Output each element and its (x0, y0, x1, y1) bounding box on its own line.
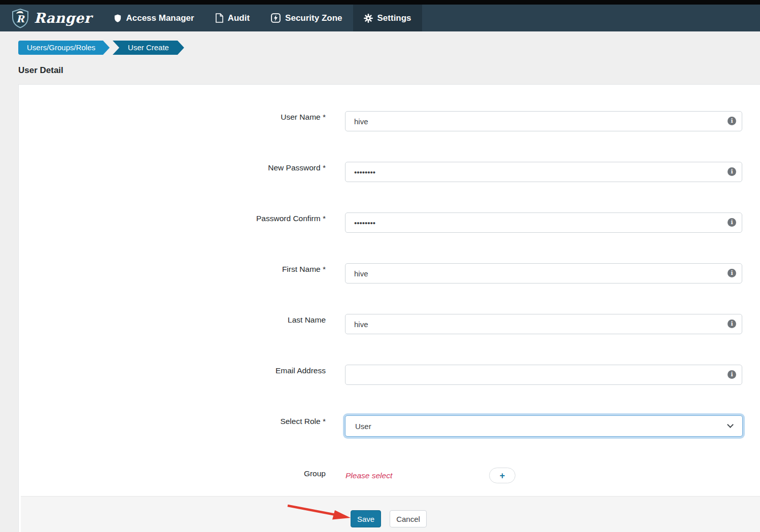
ranger-shield-icon: R (11, 8, 29, 28)
form-footer: Save Cancel (21, 496, 760, 532)
nav-label: Security Zone (285, 13, 342, 23)
user-name-input[interactable] (345, 111, 742, 131)
save-button[interactable]: Save (351, 510, 381, 527)
select-role-label: Select Role * (171, 416, 326, 427)
last-name-label: Last Name (171, 315, 326, 325)
form-row-select-role: Select Role * User (19, 415, 760, 436)
nav-access-manager[interactable]: Access Manager (103, 5, 204, 31)
password-confirm-input-wrap (345, 212, 742, 233)
info-icon (728, 218, 736, 227)
last-name-input-wrap (345, 314, 742, 334)
info-icon (728, 269, 736, 277)
nav-audit[interactable]: Audit (205, 5, 260, 31)
email-label: Email Address (171, 366, 326, 376)
add-group-button[interactable]: + (489, 468, 515, 483)
form-row-password-confirm: Password Confirm * (19, 212, 760, 233)
gear-icon (364, 14, 373, 23)
user-name-label: User Name * (171, 112, 326, 122)
new-password-input[interactable] (345, 162, 742, 182)
first-name-input[interactable] (345, 263, 742, 283)
form-row-user-name: User Name * (19, 111, 760, 131)
user-detail-card: User Name * New Password * Password Conf… (18, 84, 760, 532)
plus-icon: + (500, 471, 505, 480)
shield-icon (114, 14, 121, 23)
info-icon (728, 117, 736, 125)
new-password-label: New Password * (171, 163, 326, 173)
last-name-input[interactable] (345, 314, 742, 334)
nav-settings[interactable]: Settings (353, 5, 422, 31)
page-title: User Detail (18, 65, 63, 76)
group-label: Group (171, 469, 326, 479)
form-row-new-password: New Password * (19, 162, 760, 182)
breadcrumb: Users/Groups/Roles User Create (18, 41, 184, 55)
email-input-wrap (345, 365, 742, 385)
window-top-strip (0, 0, 760, 5)
first-name-input-wrap (345, 263, 742, 283)
form-row-last-name: Last Name (19, 314, 760, 334)
info-icon (728, 370, 736, 379)
form-row-group: Group Please select + (19, 470, 760, 490)
main-navbar: R Ranger Access Manager Audit (0, 5, 760, 31)
nav-label: Access Manager (126, 13, 194, 23)
info-icon (728, 167, 736, 176)
new-password-input-wrap (345, 162, 742, 182)
ranger-logo[interactable]: R Ranger (0, 5, 103, 31)
security-zone-icon (271, 13, 281, 23)
nav-menu: Access Manager Audit Security Zone (103, 5, 422, 31)
email-field[interactable] (345, 365, 742, 385)
svg-text:R: R (16, 13, 25, 24)
password-confirm-label: Password Confirm * (171, 214, 326, 224)
nav-label: Settings (377, 13, 411, 23)
select-role-wrap: User (345, 415, 743, 437)
brand-name: Ranger (34, 10, 91, 26)
nav-label: Audit (228, 13, 250, 23)
breadcrumb-users-groups-roles[interactable]: Users/Groups/Roles (18, 41, 110, 55)
password-confirm-input[interactable] (345, 212, 742, 233)
select-role-dropdown[interactable]: User (345, 415, 743, 437)
file-icon (216, 13, 223, 23)
user-name-input-wrap (345, 111, 742, 131)
first-name-label: First Name * (171, 264, 326, 274)
breadcrumb-user-create[interactable]: User Create (113, 41, 184, 55)
cancel-button[interactable]: Cancel (390, 510, 427, 527)
group-please-select[interactable]: Please select (346, 471, 392, 480)
nav-security-zone[interactable]: Security Zone (260, 5, 353, 31)
form-row-first-name: First Name * (19, 263, 760, 283)
form-row-email: Email Address (19, 365, 760, 385)
info-icon (728, 320, 736, 328)
